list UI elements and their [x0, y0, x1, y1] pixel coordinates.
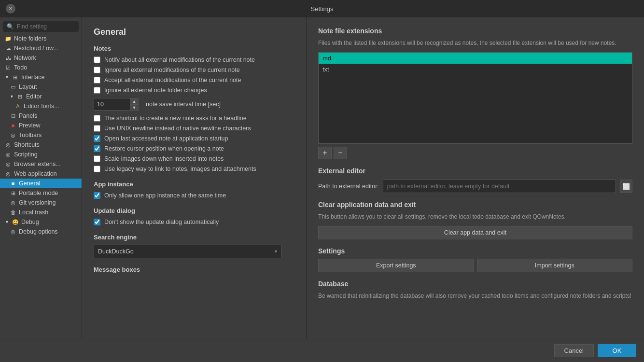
close-button[interactable]: ✕ — [6, 4, 15, 14]
sidebar-item-web-app[interactable]: ◎ Web application — [0, 169, 82, 179]
ignore-folder-checkbox[interactable] — [94, 87, 100, 94]
sidebar-item-editor[interactable]: ▼ ⊞ Editor — [0, 92, 82, 101]
scale-images-label: Scale images down when inserted into not… — [104, 155, 224, 162]
path-input[interactable] — [383, 180, 616, 193]
sidebar-item-label: Network — [14, 55, 36, 61]
sidebar-item-layout[interactable]: ▭ Layout — [0, 82, 82, 92]
expand-icon: ▼ — [10, 94, 14, 99]
search-engine-select[interactable]: DuckDuckGo Google Bing — [94, 245, 282, 258]
cancel-button[interactable]: Cancel — [554, 344, 594, 357]
ignore-folder-row: Ignore all external note folder changes — [94, 86, 294, 94]
sidebar-item-general[interactable]: ■ General — [0, 179, 82, 188]
interval-input[interactable]: 10 — [94, 98, 130, 111]
file-ext-item-txt[interactable]: txt — [319, 64, 632, 75]
folder-icon: 📁 — [5, 35, 12, 42]
spinner-up[interactable]: ▲ — [130, 98, 139, 104]
sidebar-item-local-trash[interactable]: 🗑 Local trash — [0, 208, 82, 217]
trash-icon: 🗑 — [10, 209, 16, 216]
right-panel: Note file extensions Files with the list… — [306, 17, 644, 339]
no-update-checkbox[interactable] — [94, 219, 100, 225]
settings-buttons: Export settings Import settings — [318, 259, 632, 272]
database-title: Database — [318, 280, 632, 288]
sidebar-item-label: Debug — [21, 219, 39, 225]
browser-ext-icon: ◎ — [5, 161, 12, 167]
open-last-row: Open last accessed note at application s… — [94, 135, 294, 142]
sidebar-item-nextcloud[interactable]: ☁ Nextcloud / ow... — [0, 43, 82, 53]
import-settings-button[interactable]: Import settings — [477, 259, 633, 272]
web-app-icon: ◎ — [5, 170, 12, 177]
sidebar-item-label: Layout — [19, 84, 37, 90]
sidebar-item-todo[interactable]: ☑ Todo — [0, 63, 82, 72]
open-last-label: Open last accessed note at application s… — [104, 135, 228, 142]
sidebar-item-git-versioning[interactable]: ◎ Git versioning — [0, 198, 82, 208]
portable-icon: ⊞ — [10, 190, 16, 196]
fonts-icon: A — [14, 103, 21, 110]
sidebar-item-debug-options[interactable]: ◎ Debug options — [0, 227, 82, 237]
add-ext-button[interactable]: + — [318, 147, 332, 159]
sidebar-item-toolbars[interactable]: ◎ Toolbars — [0, 130, 82, 140]
accept-ext-checkbox[interactable] — [94, 77, 100, 84]
expand-icon: ▼ — [5, 75, 9, 80]
remove-ext-button[interactable]: − — [334, 147, 347, 159]
interval-spinner[interactable]: 10 ▲ ▼ — [94, 98, 142, 111]
restore-cursor-checkbox[interactable] — [94, 145, 100, 152]
notify-ext-checkbox[interactable] — [94, 56, 100, 63]
no-update-label: Don't show the update dialog automatical… — [104, 219, 219, 225]
scale-images-checkbox[interactable] — [94, 155, 100, 162]
clear-data-button[interactable]: Clear app data and exit — [318, 226, 632, 239]
search-engine-title: Search engine — [94, 234, 294, 241]
sidebar-item-shortcuts[interactable]: ◎ Shortcuts — [0, 140, 82, 150]
sidebar-item-label: Scripting — [14, 151, 38, 158]
content-area: 🔍 Find setting 📁 Note folders ☁ Nextclou… — [0, 17, 644, 339]
one-instance-checkbox[interactable] — [94, 192, 100, 199]
sidebar-item-network[interactable]: 🖧 Network — [0, 53, 82, 63]
network-icon: 🖧 — [5, 55, 12, 61]
search-engine-wrapper: DuckDuckGo Google Bing — [94, 245, 282, 258]
export-settings-button[interactable]: Export settings — [318, 259, 474, 272]
sidebar-item-panels[interactable]: ⊟ Panels — [0, 111, 82, 121]
sidebar-item-note-folders[interactable]: 📁 Note folders — [0, 34, 82, 43]
sidebar-item-scripting[interactable]: ◎ Scripting — [0, 150, 82, 159]
ignore-folder-label: Ignore all external note folder changes — [104, 87, 207, 94]
unix-newline-checkbox[interactable] — [94, 125, 100, 132]
sidebar-item-interface[interactable]: ▼ ⊞ Interface — [0, 72, 82, 82]
browse-button[interactable]: ⬜ — [620, 180, 632, 193]
ok-button[interactable]: OK — [598, 344, 636, 357]
sidebar-item-label: Nextcloud / ow... — [14, 45, 58, 52]
sidebar-item-preview[interactable]: ■ Preview — [0, 121, 82, 130]
ignore-ext-label: Ignore all external modifications of the… — [104, 67, 240, 73]
sidebar-item-browser-ext[interactable]: ◎ Browser extens... — [0, 159, 82, 169]
legacy-links-checkbox[interactable] — [94, 166, 100, 172]
file-ext-item-md[interactable]: md — [319, 53, 632, 64]
path-label: Path to external editor: — [318, 183, 379, 190]
notify-ext-row: Notify about all external modifications … — [94, 56, 294, 64]
open-last-checkbox[interactable] — [94, 135, 100, 142]
shortcut-headline-checkbox[interactable] — [94, 115, 100, 122]
scripting-icon: ◎ — [5, 151, 12, 158]
sidebar-item-portable-mode[interactable]: ⊞ Portable mode — [0, 188, 82, 198]
settings-section-title: Settings — [318, 247, 632, 255]
no-update-row: Don't show the update dialog automatical… — [94, 218, 294, 226]
sidebar-item-debug[interactable]: ▼ 😀 Debug — [0, 217, 82, 227]
ext-editor-title: External editor — [318, 167, 632, 175]
message-boxes-title: Message boxes — [94, 266, 294, 273]
bottom-bar: Cancel OK — [0, 339, 644, 362]
unix-newline-label: Use UNIX newline instead of native newli… — [104, 125, 251, 132]
main-content: General Notes Notify about all external … — [82, 17, 306, 339]
sidebar-item-editor-fonts[interactable]: A Editor fonts... — [0, 101, 82, 111]
one-instance-row: Only allow one app instance at the same … — [94, 192, 294, 199]
spinner-down[interactable]: ▼ — [130, 104, 139, 111]
one-instance-label: Only allow one app instance at the same … — [104, 192, 226, 199]
toolbars-icon: ◎ — [10, 132, 16, 139]
settings-window: ✕ Settings 🔍 Find setting 📁 Note folders… — [0, 0, 644, 362]
debug-opts-icon: ◎ — [10, 228, 16, 235]
clear-data-desc: This button allows you to clear all sett… — [318, 212, 632, 221]
search-bar[interactable]: 🔍 Find setting — [3, 21, 79, 32]
interface-icon: ⊞ — [12, 74, 19, 81]
title-bar: ✕ Settings — [0, 0, 644, 17]
interval-row: 10 ▲ ▼ note save interval time [sec] — [94, 98, 294, 111]
scale-images-row: Scale images down when inserted into not… — [94, 155, 294, 163]
file-ext-list: md txt — [318, 52, 632, 144]
sep3 — [318, 239, 632, 247]
ignore-ext-checkbox[interactable] — [94, 67, 100, 73]
